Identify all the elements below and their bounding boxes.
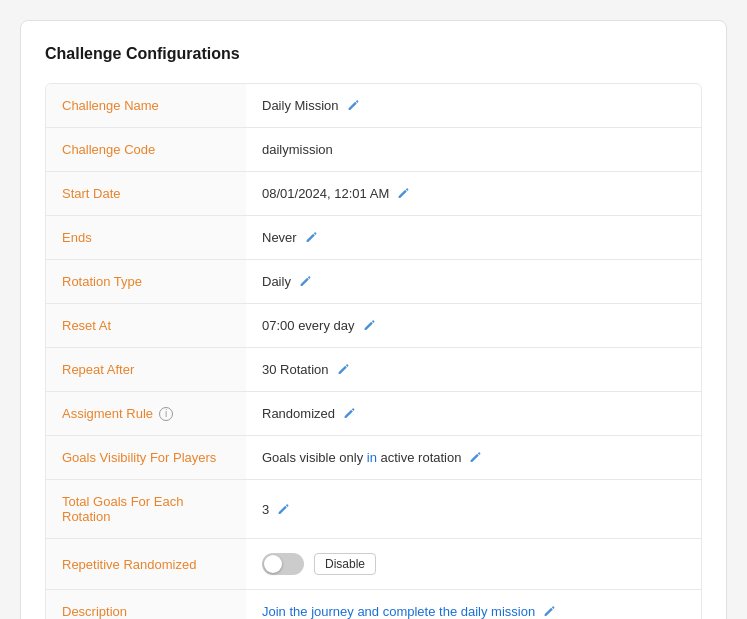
- label-description: Description: [46, 590, 246, 619]
- label-text-total-goals: Total Goals For Each Rotation: [62, 494, 230, 524]
- row-repetitive-randomized: Repetitive Randomized Disable: [46, 539, 701, 590]
- row-description: Description Join the journey and complet…: [46, 590, 701, 619]
- edit-assignment-rule-icon[interactable]: [343, 407, 356, 420]
- label-reset-at: Reset At: [46, 304, 246, 347]
- label-text-reset-at: Reset At: [62, 318, 111, 333]
- disable-button[interactable]: Disable: [314, 553, 376, 575]
- row-challenge-code: Challenge Code dailymission: [46, 128, 701, 172]
- rotation-type-text: Daily: [262, 274, 291, 289]
- edit-rotation-type-icon[interactable]: [299, 275, 312, 288]
- edit-goals-visibility-icon[interactable]: [469, 451, 482, 464]
- label-text-description: Description: [62, 604, 127, 619]
- assignment-rule-text: Randomized: [262, 406, 335, 421]
- challenge-code-text: dailymission: [262, 142, 333, 157]
- repeat-after-text: 30 Rotation: [262, 362, 329, 377]
- edit-repeat-after-icon[interactable]: [337, 363, 350, 376]
- row-assignment-rule: Assigment Rule i Randomized: [46, 392, 701, 436]
- label-goals-visibility: Goals Visibility For Players: [46, 436, 246, 479]
- label-text-rotation-type: Rotation Type: [62, 274, 142, 289]
- value-reset-at: 07:00 every day: [246, 304, 701, 347]
- goals-visibility-text: Goals visible only in active rotation: [262, 450, 461, 465]
- value-goals-visibility: Goals visible only in active rotation: [246, 436, 701, 479]
- row-repeat-after: Repeat After 30 Rotation: [46, 348, 701, 392]
- config-table: Challenge Name Daily Mission Challenge C…: [45, 83, 702, 619]
- row-ends: Ends Never: [46, 216, 701, 260]
- value-rotation-type: Daily: [246, 260, 701, 303]
- label-challenge-name: Challenge Name: [46, 84, 246, 127]
- reset-at-text: 07:00 every day: [262, 318, 355, 333]
- label-challenge-code: Challenge Code: [46, 128, 246, 171]
- challenge-name-text: Daily Mission: [262, 98, 339, 113]
- value-challenge-code: dailymission: [246, 128, 701, 171]
- row-goals-visibility: Goals Visibility For Players Goals visib…: [46, 436, 701, 480]
- label-start-date: Start Date: [46, 172, 246, 215]
- edit-start-date-icon[interactable]: [397, 187, 410, 200]
- ends-text: Never: [262, 230, 297, 245]
- row-challenge-name: Challenge Name Daily Mission: [46, 84, 701, 128]
- label-text-challenge-name: Challenge Name: [62, 98, 159, 113]
- value-ends: Never: [246, 216, 701, 259]
- repetitive-toggle[interactable]: [262, 553, 304, 575]
- label-text-repetitive-randomized: Repetitive Randomized: [62, 557, 196, 572]
- toggle-wrapper: Disable: [262, 553, 376, 575]
- edit-total-goals-icon[interactable]: [277, 503, 290, 516]
- highlight-join: Join the journey and complete the daily …: [262, 604, 535, 619]
- value-repetitive-randomized: Disable: [246, 539, 701, 589]
- edit-reset-at-icon[interactable]: [363, 319, 376, 332]
- start-date-text: 08/01/2024, 12:01 AM: [262, 186, 389, 201]
- highlight-in: in: [367, 450, 377, 465]
- page-title: Challenge Configurations: [45, 45, 702, 63]
- value-description: Join the journey and complete the daily …: [246, 590, 701, 619]
- label-rotation-type: Rotation Type: [46, 260, 246, 303]
- value-challenge-name: Daily Mission: [246, 84, 701, 127]
- label-text-challenge-code: Challenge Code: [62, 142, 155, 157]
- edit-ends-icon[interactable]: [305, 231, 318, 244]
- row-start-date: Start Date 08/01/2024, 12:01 AM: [46, 172, 701, 216]
- label-text-start-date: Start Date: [62, 186, 121, 201]
- row-rotation-type: Rotation Type Daily: [46, 260, 701, 304]
- edit-challenge-name-icon[interactable]: [347, 99, 360, 112]
- total-goals-text: 3: [262, 502, 269, 517]
- row-total-goals: Total Goals For Each Rotation 3: [46, 480, 701, 539]
- challenge-config-card: Challenge Configurations Challenge Name …: [20, 20, 727, 619]
- description-text: Join the journey and complete the daily …: [262, 604, 535, 619]
- label-repeat-after: Repeat After: [46, 348, 246, 391]
- value-start-date: 08/01/2024, 12:01 AM: [246, 172, 701, 215]
- label-text-goals-visibility: Goals Visibility For Players: [62, 450, 216, 465]
- label-text-ends: Ends: [62, 230, 92, 245]
- label-repetitive-randomized: Repetitive Randomized: [46, 539, 246, 589]
- value-repeat-after: 30 Rotation: [246, 348, 701, 391]
- info-assignment-rule-icon[interactable]: i: [159, 407, 173, 421]
- edit-description-icon[interactable]: [543, 605, 556, 618]
- row-reset-at: Reset At 07:00 every day: [46, 304, 701, 348]
- toggle-knob: [264, 555, 282, 573]
- label-total-goals: Total Goals For Each Rotation: [46, 480, 246, 538]
- label-text-repeat-after: Repeat After: [62, 362, 134, 377]
- label-assignment-rule: Assigment Rule i: [46, 392, 246, 435]
- value-assignment-rule: Randomized: [246, 392, 701, 435]
- value-total-goals: 3: [246, 480, 701, 538]
- label-text-assignment-rule: Assigment Rule: [62, 406, 153, 421]
- label-ends: Ends: [46, 216, 246, 259]
